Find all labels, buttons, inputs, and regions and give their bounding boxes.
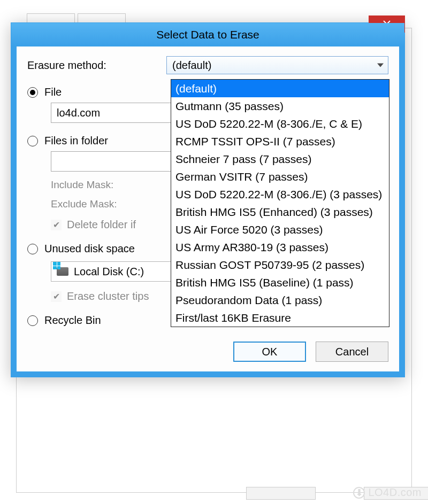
dialog-button-row: OK Cancel — [27, 342, 388, 362]
dropdown-item[interactable]: US Army AR380-19 (3 passes) — [171, 238, 389, 256]
erase-cluster-label: Erase cluster tips — [67, 290, 149, 303]
dropdown-item[interactable]: (default) — [171, 80, 389, 97]
folder-radio-label: Files in folder — [44, 135, 108, 147]
disk-icon — [57, 267, 68, 276]
dropdown-item[interactable]: British HMG IS5 (Enhanced) (3 passes) — [171, 203, 389, 221]
dropdown-item[interactable]: RCMP TSSIT OPS-II (7 passes) — [171, 133, 389, 150]
file-radio[interactable] — [27, 87, 38, 98]
unused-radio[interactable] — [27, 244, 38, 254]
dropdown-item[interactable]: Gutmann (35 passes) — [171, 97, 389, 115]
delete-folder-label: Delete folder if — [67, 219, 136, 231]
watermark-icon: ⬇ — [353, 487, 365, 499]
watermark-text: LO4D.com — [368, 486, 422, 499]
dropdown-item[interactable]: Schneier 7 pass (7 passes) — [171, 150, 389, 168]
dropdown-item[interactable]: US Air Force 5020 (3 passes) — [171, 221, 389, 238]
dropdown-item[interactable]: US DoD 5220.22-M (8-306./E, C & E) — [171, 115, 389, 133]
exclude-mask-label: Exclude Mask: — [51, 198, 147, 210]
dropdown-item[interactable]: US DoD 5220.22-M (8-306./E) (3 passes) — [171, 185, 389, 203]
folder-radio[interactable] — [27, 136, 38, 146]
unused-radio-label: Unused disk space — [44, 243, 135, 255]
erasure-method-combo[interactable]: (default) — [166, 56, 388, 74]
erase-cluster-checkbox[interactable]: ✔ — [51, 291, 62, 302]
disk-combo-value: Local Disk (C:) — [74, 266, 144, 278]
watermark: ⬇ LO4D.com — [353, 486, 422, 499]
dialog-title: Select Data to Erase — [156, 28, 259, 41]
erasure-method-dropdown[interactable]: (default) Gutmann (35 passes) US DoD 522… — [171, 79, 389, 327]
dropdown-item[interactable]: Pseudorandom Data (1 pass) — [171, 291, 389, 309]
cancel-button[interactable]: Cancel — [316, 342, 388, 362]
erasure-method-row: Erasure method: (default) — [27, 56, 388, 74]
ok-button[interactable]: OK — [233, 342, 306, 362]
bg-button-1 — [246, 487, 316, 500]
cancel-button-label: Cancel — [335, 346, 369, 358]
file-radio-label: File — [44, 86, 62, 98]
erasure-method-value: (default) — [172, 59, 211, 72]
chevron-down-icon — [377, 64, 384, 67]
recycle-radio-label: Recycle Bin — [44, 314, 101, 327]
delete-folder-checkbox[interactable]: ✔ — [51, 220, 62, 230]
ok-button-label: OK — [262, 346, 278, 358]
windows-icon — [53, 262, 60, 269]
dialog-titlebar: Select Data to Erase — [11, 23, 404, 46]
dropdown-item[interactable]: First/last 16KB Erasure — [171, 309, 389, 327]
recycle-radio[interactable] — [27, 315, 38, 326]
erasure-method-label: Erasure method: — [27, 59, 166, 72]
dropdown-item[interactable]: German VSITR (7 passes) — [171, 168, 389, 185]
dropdown-item[interactable]: Russian GOST P50739-95 (2 passes) — [171, 256, 389, 274]
include-mask-label: Include Mask: — [51, 179, 147, 191]
dropdown-item[interactable]: British HMG IS5 (Baseline) (1 pass) — [171, 274, 389, 291]
